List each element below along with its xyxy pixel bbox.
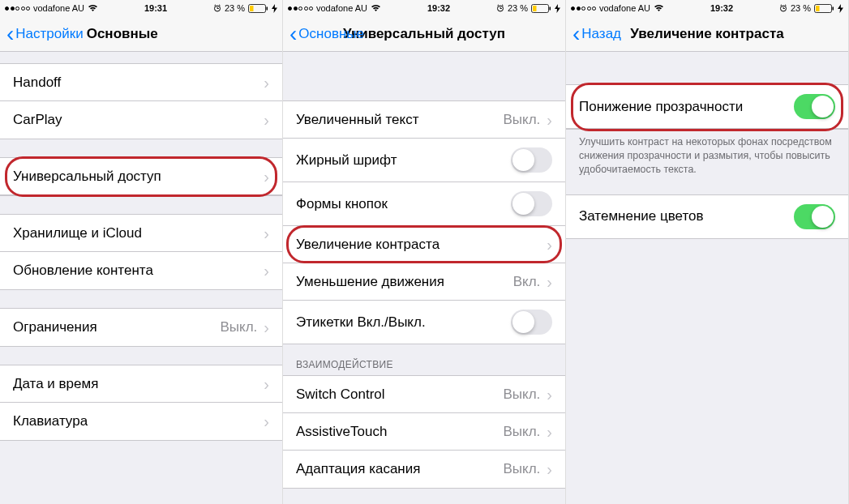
screen-accessibility: vodafone AU 19:32 23 % ‹ Основные Универ… <box>283 0 566 504</box>
chevron-left-icon: ‹ <box>572 23 580 45</box>
svg-rect-6 <box>533 6 537 11</box>
row-reduce-motion[interactable]: Уменьшение движенияВкл.› <box>283 263 565 301</box>
chevron-right-icon: › <box>547 387 552 403</box>
page-title: Основные <box>87 26 158 42</box>
row-larger-text[interactable]: Увеличенный текстВыкл.› <box>283 101 565 139</box>
footer-reduce-transparency: Улучшить контраст на некоторых фонах пос… <box>566 130 848 177</box>
carrier-label: vodafone AU <box>599 3 650 13</box>
battery-percent: 23 % <box>225 3 245 13</box>
row-date-time[interactable]: Дата и время› <box>0 365 282 403</box>
row-restrictions[interactable]: ОграниченияВыкл.› <box>0 309 282 346</box>
content: Понижение прозрачности Улучшить контраст… <box>566 52 848 504</box>
charging-icon <box>555 4 560 13</box>
back-button[interactable]: ‹ Настройки <box>6 23 84 45</box>
signal-dots-icon <box>288 6 313 11</box>
toggle-bold-text[interactable] <box>511 147 552 173</box>
time-label: 19:31 <box>144 3 167 13</box>
row-assistivetouch[interactable]: AssistiveTouchВыкл.› <box>283 413 565 451</box>
nav-bar: ‹ Назад Увеличение контраста <box>566 16 848 52</box>
back-label: Основные <box>298 26 364 42</box>
nav-bar: ‹ Основные Универсальный доступ <box>283 16 565 52</box>
svg-rect-7 <box>550 6 551 10</box>
time-label: 19:32 <box>710 3 733 13</box>
screen-increase-contrast: vodafone AU 19:32 23 % ‹ Назад Увеличени… <box>566 0 849 504</box>
charging-icon <box>838 4 843 13</box>
chevron-left-icon: ‹ <box>6 23 14 45</box>
back-button[interactable]: ‹ Основные <box>289 23 364 45</box>
content: Увеличенный текстВыкл.› Жирный шрифт Фор… <box>283 52 565 504</box>
status-bar: vodafone AU 19:31 23 % <box>0 0 282 16</box>
chevron-right-icon: › <box>547 274 552 290</box>
signal-dots-icon <box>571 6 596 11</box>
battery-percent: 23 % <box>791 3 811 13</box>
row-keyboard[interactable]: Клавиатура› <box>0 403 282 440</box>
page-title: Универсальный доступ <box>343 26 505 42</box>
toggle-on-off-labels[interactable] <box>511 310 552 335</box>
content: Handoff› CarPlay› Универсальный доступ› … <box>0 52 282 504</box>
chevron-right-icon: › <box>264 75 269 91</box>
battery-percent: 23 % <box>508 3 528 13</box>
battery-icon <box>814 4 834 13</box>
alarm-icon <box>496 4 504 12</box>
alarm-icon <box>213 4 221 12</box>
carrier-label: vodafone AU <box>316 3 367 13</box>
chevron-right-icon: › <box>264 376 269 392</box>
battery-icon <box>248 4 268 13</box>
chevron-right-icon: › <box>264 319 269 335</box>
alarm-icon <box>779 4 787 12</box>
chevron-right-icon: › <box>264 413 269 429</box>
row-background-refresh[interactable]: Обновление контента› <box>0 252 282 289</box>
row-switch-control[interactable]: Switch ControlВыкл.› <box>283 376 565 413</box>
chevron-right-icon: › <box>547 461 552 477</box>
row-increase-contrast[interactable]: Увеличение контраста› <box>283 226 565 263</box>
chevron-right-icon: › <box>547 424 552 440</box>
row-reduce-transparency[interactable]: Понижение прозрачности <box>566 85 848 129</box>
wifi-icon <box>654 4 664 12</box>
charging-icon <box>272 4 277 13</box>
chevron-right-icon: › <box>264 169 269 185</box>
svg-rect-2 <box>250 6 254 11</box>
row-handoff[interactable]: Handoff› <box>0 64 282 101</box>
page-title: Увеличение контраста <box>630 26 783 42</box>
row-accessibility[interactable]: Универсальный доступ› <box>0 158 282 195</box>
toggle-button-shapes[interactable] <box>511 191 552 216</box>
svg-rect-10 <box>816 6 820 11</box>
row-darken-colors[interactable]: Затемнение цветов <box>566 195 848 238</box>
svg-rect-11 <box>833 6 834 10</box>
chevron-right-icon: › <box>264 263 269 279</box>
group-header-interaction: ВЗАИМОДЕЙСТВИЕ <box>283 344 565 375</box>
svg-rect-3 <box>267 6 268 10</box>
battery-icon <box>531 4 551 13</box>
row-carplay[interactable]: CarPlay› <box>0 101 282 139</box>
chevron-right-icon: › <box>547 237 552 253</box>
nav-bar: ‹ Настройки Основные <box>0 16 282 52</box>
screen-general: vodafone AU 19:31 23 % ‹ Настройки Основ… <box>0 0 283 504</box>
back-label: Назад <box>581 26 621 42</box>
carrier-label: vodafone AU <box>33 3 84 13</box>
signal-dots-icon <box>5 6 30 11</box>
wifi-icon <box>371 4 381 12</box>
row-button-shapes[interactable]: Формы кнопок <box>283 182 565 226</box>
chevron-left-icon: ‹ <box>289 23 297 45</box>
row-on-off-labels[interactable]: Этикетки Вкл./Выкл. <box>283 301 565 344</box>
back-label: Настройки <box>15 26 83 42</box>
wifi-icon <box>88 4 98 12</box>
status-bar: vodafone AU 19:32 23 % <box>283 0 565 16</box>
row-bold-text[interactable]: Жирный шрифт <box>283 139 565 182</box>
row-touch-accommodations[interactable]: Адаптация касанияВыкл.› <box>283 451 565 488</box>
chevron-right-icon: › <box>264 225 269 241</box>
back-button[interactable]: ‹ Назад <box>572 23 621 45</box>
toggle-darken-colors[interactable] <box>794 204 835 229</box>
chevron-right-icon: › <box>547 112 552 128</box>
chevron-right-icon: › <box>264 112 269 128</box>
row-storage-icloud[interactable]: Хранилище и iCloud› <box>0 215 282 252</box>
toggle-reduce-transparency[interactable] <box>794 94 835 119</box>
time-label: 19:32 <box>427 3 450 13</box>
status-bar: vodafone AU 19:32 23 % <box>566 0 848 16</box>
